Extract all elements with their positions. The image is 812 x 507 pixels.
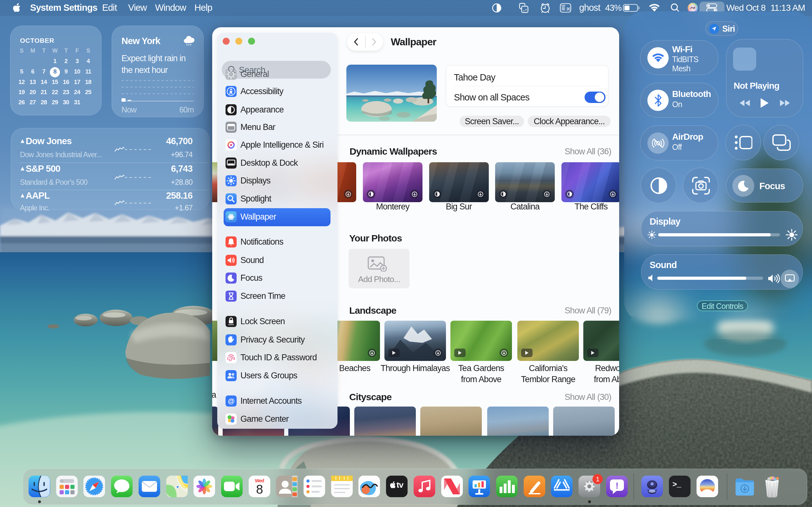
svg-text:⌘: ⌘ xyxy=(566,7,570,11)
svg-text:!: ! xyxy=(615,481,618,491)
svg-text:tv: tv xyxy=(397,480,404,490)
svg-text:>_: >_ xyxy=(672,481,681,489)
svg-text:@: @ xyxy=(228,397,235,405)
svg-text:8: 8 xyxy=(256,482,263,496)
